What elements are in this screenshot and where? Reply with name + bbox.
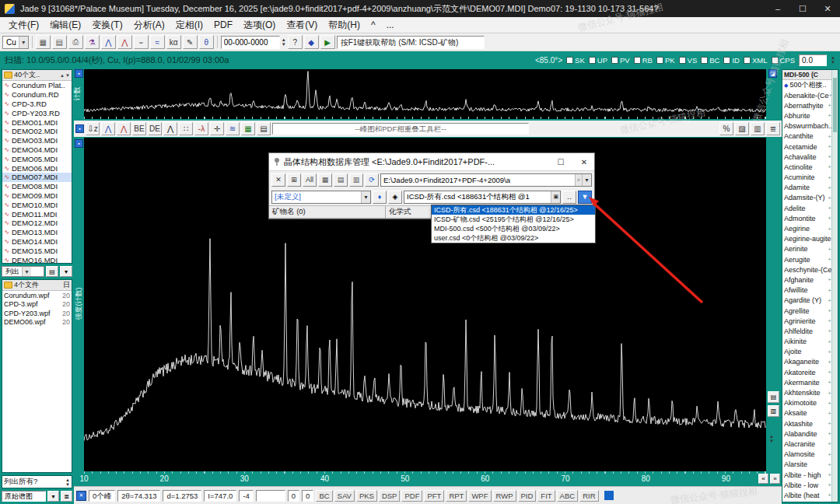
baseline-icon[interactable]: ⌣ [134, 35, 149, 49]
database-option[interactable]: user.csd <0个结构相 @03/09/22> [432, 233, 595, 243]
pencil-edit-icon[interactable]: ✎ [183, 35, 198, 49]
green-grid-icon[interactable]: ▦ [241, 122, 255, 135]
lambda-strip-icon[interactable]: -λ [194, 122, 208, 135]
status-toggle[interactable]: PID [518, 490, 537, 502]
DEMO15.MDI[interactable]: DEMO15.MDI [2, 246, 72, 255]
checkbox[interactable] [611, 57, 618, 64]
search-icon[interactable]: ⌕ [575, 174, 582, 186]
flag-toggle[interactable]: VS [679, 56, 698, 65]
phase-list-item[interactable]: Akermanite [782, 377, 838, 387]
phase-list-item[interactable]: Aegirine [782, 223, 838, 233]
filter-combo[interactable]: [未定义] ▼ [271, 191, 371, 204]
DEMO14.MDI[interactable]: DEMO14.MDI [2, 237, 72, 247]
DEMO11.MDI[interactable]: DEMO11.MDI [2, 209, 72, 219]
pdf-number-input[interactable] [221, 36, 280, 49]
menu-item[interactable]: 查看(V) [281, 19, 323, 32]
phase-list-item[interactable]: Agrellite [782, 306, 838, 316]
status-toggle[interactable]: FIT [537, 490, 555, 502]
phase-list-item[interactable]: Akatoreite [782, 367, 838, 377]
CPD-Y203.RD[interactable]: CPD-Y203.RD [2, 108, 72, 117]
menu-item[interactable]: ... [381, 19, 400, 30]
DEMO13.MDI[interactable]: DEMO13.MDI [2, 228, 72, 237]
list-panel-icon[interactable]: ▤ [257, 122, 271, 135]
dialog-title-bar[interactable]: 晶体结构相数据库管理 <E:\Jade9.0+Findit2017+PDF-..… [269, 153, 594, 171]
db-all-button[interactable]: All [303, 173, 317, 187]
database-option[interactable]: ICSD-矿物.csd <25195个结构相 @12/16/25> [432, 215, 595, 224]
overlay-panel-button[interactable]: ▪ [75, 124, 84, 133]
phase-list-item[interactable]: Aksaite [782, 408, 838, 418]
phase-list-item[interactable]: Ajoite [782, 347, 838, 357]
anode-combo[interactable]: Cu▼ [2, 36, 29, 49]
flag-toggle[interactable]: ID [723, 56, 740, 65]
status-toggle[interactable]: DSP [379, 490, 401, 502]
flag-toggle[interactable]: UP [589, 56, 607, 65]
target-filter-button[interactable]: ◈ [388, 191, 402, 204]
overview-panel-button[interactable]: ▪ [75, 69, 83, 78]
view-mode-menu-button[interactable]: ≣ [61, 491, 72, 502]
be-button[interactable]: BE [132, 122, 146, 135]
maximize-button[interactable]: ☐ [790, 0, 815, 17]
checkbox[interactable] [723, 57, 730, 64]
phase-list-item[interactable]: Acetamide [782, 142, 838, 152]
status-toggle[interactable]: BC [316, 490, 332, 502]
phase-list-item[interactable]: Aerinite [782, 244, 838, 254]
sm-diamond-icon[interactable]: ◆ [304, 35, 319, 49]
zoom-mode-button[interactable]: ✕ [76, 491, 86, 501]
db-close-icon[interactable]: ✕ [271, 173, 285, 187]
phase-list-item[interactable]: Albite - high [782, 470, 838, 480]
phase-list-item[interactable]: Agrinierite [782, 316, 838, 326]
DEMO09.MDI[interactable]: DEMO09.MDI [2, 191, 72, 201]
scroll-left-button[interactable]: « [758, 474, 768, 484]
peak-search-icon[interactable]: ⋀ [101, 35, 116, 49]
phase-list-item[interactable]: Adamsite-(Y) [782, 193, 838, 203]
CPD-Y203.wpf[interactable]: CPD-Y203.wpf 20 [2, 309, 72, 318]
menu-item[interactable]: 文件(F) [3, 19, 44, 32]
run-search-icon[interactable]: ▶ [320, 35, 335, 49]
phase-list-item[interactable]: Actinolite [782, 162, 838, 172]
chevron-down-icon[interactable]: ▼ [582, 174, 591, 186]
peaks-black-icon[interactable]: ⋀ [163, 122, 177, 135]
phase-list-item[interactable]: Acuminite [782, 173, 838, 183]
print-icon[interactable]: ⎙ [68, 35, 83, 49]
phase-list-item[interactable]: Aikinite [782, 337, 838, 347]
database-dropdown-button[interactable]: ▼ [578, 191, 592, 204]
DEMO10.MDI[interactable]: DEMO10.MDI [2, 200, 72, 209]
help-icon[interactable]: ? [288, 35, 303, 49]
status-toggle[interactable]: ABC [557, 490, 579, 502]
view-mode-dropdown-button[interactable]: ▾ [47, 491, 59, 502]
database-option[interactable]: ICSD-所有.csd <188631个结构相 @12/16/25> [432, 205, 595, 215]
menu-item[interactable]: 变换(T) [86, 19, 128, 32]
menu-item[interactable]: PDF [208, 19, 238, 30]
phase-list-item[interactable]: Alarsite [782, 460, 838, 470]
phase-list-item[interactable]: Akhtenskite [782, 387, 838, 397]
mineral-name-column[interactable]: 矿物名 (0) [269, 206, 386, 219]
CPD-3.RD[interactable]: CPD-3.RD [2, 100, 72, 109]
phase-list-item[interactable]: Aegirine-augite [782, 234, 838, 244]
percent-icon[interactable]: % [719, 122, 733, 135]
scroll-right-button[interactable]: » [770, 474, 780, 484]
DEMO07.MDI[interactable]: DEMO07.MDI [2, 173, 72, 182]
checkbox[interactable] [589, 57, 596, 64]
DEMO06.MDI[interactable]: DEMO06.MDI [2, 163, 72, 173]
DEMO03.MDI[interactable]: DEMO03.MDI [2, 136, 72, 145]
de-button[interactable]: DE [148, 122, 162, 135]
db-add-icon[interactable]: ⊞ [287, 173, 301, 187]
flag-toggle[interactable]: CPS [772, 56, 796, 65]
flask-icon[interactable]: ⚗ [85, 35, 100, 49]
tile-window-icon[interactable]: ▤ [52, 35, 67, 49]
DEMO08.MDI[interactable]: DEMO08.MDI [2, 182, 72, 191]
menu-item[interactable]: 定相(I) [170, 19, 208, 32]
phase-scrollbar[interactable] [831, 70, 838, 502]
db-grid2-icon[interactable]: ▤ [334, 173, 348, 187]
diamond-filter-button[interactable]: ♦ [373, 191, 387, 204]
list-all-spinner[interactable]: ▲▼ [65, 478, 70, 487]
list-mode-combo[interactable]: 列出▼ [2, 266, 44, 277]
db-grid3-icon[interactable]: ▥ [349, 173, 363, 187]
checkbox[interactable] [656, 57, 663, 64]
status-toggle[interactable]: RWP [493, 490, 516, 502]
phase-list-item[interactable]: Ahlfeldite [782, 326, 838, 336]
phase-list-item[interactable]: Aerugite [782, 254, 838, 264]
main-panel-button[interactable]: ▪ [75, 139, 83, 148]
offset-spinner[interactable]: ▲▼ [831, 55, 835, 65]
pan-zoom-icon[interactable]: ⇩z [86, 122, 100, 135]
